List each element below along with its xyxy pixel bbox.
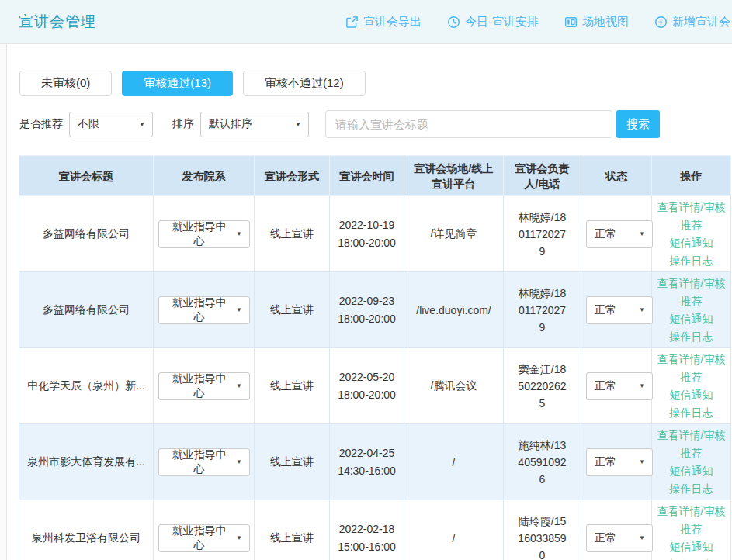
sms-notify-link[interactable]: 短信通知 <box>670 235 713 251</box>
sort-select-value: 默认排序 <box>209 117 252 131</box>
header-actions: 宣讲会导出 今日-宣讲安排 场地视图 <box>345 15 732 29</box>
chevron-down-icon: ▼ <box>236 230 242 237</box>
presentation-title: 泉州市影大体育发展有... <box>24 455 148 469</box>
status-select[interactable]: 正常 ▼ <box>586 372 653 400</box>
status-select[interactable]: 正常 ▼ <box>586 448 653 476</box>
presentations-table: 宣讲会标题 发布院系 宣讲会形式 宣讲会时间 宣讲会场地/线上宣讲平台 宣讲会负… <box>19 155 731 560</box>
presentation-format: 线上宣讲 <box>270 379 314 392</box>
today-schedule-button[interactable]: 今日-宣讲安排 <box>447 15 539 29</box>
presentation-title: 中化学天辰（泉州）新... <box>24 379 148 393</box>
row-actions: 查看详情/审核推荐短信通知操作日志 <box>657 427 726 496</box>
row-actions: 查看详情/审核推荐短信通知操作日志 <box>657 351 726 420</box>
presentation-venue: /腾讯会议 <box>431 379 477 392</box>
view-detail-review-link[interactable]: 查看详情/审核 <box>657 351 726 367</box>
presentation-format: 线上宣讲 <box>270 455 314 468</box>
search-input[interactable] <box>325 110 612 138</box>
view-detail-review-link[interactable]: 查看详情/审核 <box>657 199 726 215</box>
presentation-contact: 陆玲霞/15160338590 <box>508 513 576 560</box>
status-select-value: 正常 <box>595 455 616 469</box>
department-select-value: 就业指导中心 <box>167 372 231 400</box>
status-select[interactable]: 正常 ▼ <box>586 524 653 552</box>
plus-circle-icon <box>654 16 668 29</box>
department-select[interactable]: 就业指导中心 ▼ <box>158 220 250 248</box>
department-select-value: 就业指导中心 <box>167 524 231 552</box>
filter-bar: 是否推荐 不限 ▼ 排序 默认排序 ▼ 搜索 <box>19 110 732 138</box>
table-header-row: 宣讲会标题 发布院系 宣讲会形式 宣讲会时间 宣讲会场地/线上宣讲平台 宣讲会负… <box>19 156 731 196</box>
presentation-title: 多益网络有限公司 <box>24 303 148 317</box>
col-header-format: 宣讲会形式 <box>255 156 330 196</box>
presentations-table-wrap: 宣讲会标题 发布院系 宣讲会形式 宣讲会时间 宣讲会场地/线上宣讲平台 宣讲会负… <box>19 155 732 560</box>
status-select[interactable]: 正常 ▼ <box>586 296 653 324</box>
status-select[interactable]: 正常 ▼ <box>586 220 653 248</box>
presentation-contact: 林晓婷/18011720279 <box>508 209 576 260</box>
operation-log-link[interactable]: 操作日志 <box>670 405 713 420</box>
sort-select[interactable]: 默认排序 ▼ <box>200 112 309 137</box>
presentation-venue: /详见简章 <box>431 227 477 240</box>
status-select-value: 正常 <box>595 531 616 545</box>
sms-notify-link[interactable]: 短信通知 <box>670 539 713 555</box>
presentation-venue: / <box>453 456 456 468</box>
recommend-select-value: 不限 <box>78 117 99 131</box>
col-header-operations: 操作 <box>652 156 731 196</box>
presentation-format: 线上宣讲 <box>270 531 314 544</box>
presentation-venue: /live.duoyi.com/ <box>416 304 491 316</box>
clock-icon <box>447 16 460 29</box>
chevron-down-icon: ▼ <box>236 382 242 389</box>
operation-log-link[interactable]: 操作日志 <box>670 253 713 268</box>
operation-log-link[interactable]: 操作日志 <box>670 481 713 496</box>
presentation-title: 多益网络有限公司 <box>24 227 148 241</box>
page-title: 宣讲会管理 <box>19 12 96 32</box>
venue-view-label: 场地视图 <box>582 15 629 29</box>
status-select-value: 正常 <box>595 379 616 393</box>
recommend-link[interactable]: 推荐 <box>681 217 703 233</box>
tab-unreviewed[interactable]: 未审核(0) <box>19 71 112 96</box>
tab-rejected[interactable]: 审核不通过(12) <box>243 71 366 96</box>
search-button[interactable]: 搜索 <box>616 110 660 138</box>
export-presentations-button[interactable]: 宣讲会导出 <box>345 15 422 29</box>
presentation-format: 线上宣讲 <box>270 303 314 316</box>
presentation-contact: 林晓婷/18011720279 <box>508 285 576 336</box>
department-select[interactable]: 就业指导中心 ▼ <box>158 296 250 324</box>
department-select[interactable]: 就业指导中心 ▼ <box>158 524 250 552</box>
tab-approved[interactable]: 审核通过(13) <box>122 71 233 96</box>
panel-left-divider <box>6 44 7 560</box>
department-select[interactable]: 就业指导中心 ▼ <box>158 372 250 400</box>
presentation-contact: 施纯林/13405910926 <box>508 437 576 488</box>
view-detail-review-link[interactable]: 查看详情/审核 <box>657 427 726 443</box>
panel-left-strip <box>0 44 6 560</box>
add-presentation-label: 新增宣讲会 <box>672 15 730 29</box>
recommend-link[interactable]: 推荐 <box>681 369 703 385</box>
department-select[interactable]: 就业指导中心 ▼ <box>158 448 250 476</box>
presentation-time: 15:00-16:00 <box>335 538 399 556</box>
view-detail-review-link[interactable]: 查看详情/审核 <box>657 275 726 291</box>
col-header-contact: 宣讲会负责人/电话 <box>504 156 581 196</box>
add-presentation-button[interactable]: 新增宣讲会 <box>654 15 730 29</box>
chevron-down-icon: ▼ <box>236 306 242 313</box>
presentation-date: 2022-04-25 <box>335 444 399 462</box>
chevron-down-icon: ▼ <box>639 458 645 465</box>
presentation-date: 2022-09-23 <box>335 292 399 310</box>
department-select-value: 就业指导中心 <box>167 220 231 248</box>
sms-notify-link[interactable]: 短信通知 <box>670 387 713 403</box>
view-detail-review-link[interactable]: 查看详情/审核 <box>657 503 726 519</box>
operation-log-link[interactable]: 操作日志 <box>670 329 713 344</box>
operation-log-link[interactable]: 操作日志 <box>670 557 713 560</box>
recommend-select[interactable]: 不限 ▼ <box>69 112 153 137</box>
presentation-date: 2022-10-19 <box>335 216 399 234</box>
recommend-link[interactable]: 推荐 <box>681 445 703 461</box>
recommend-link[interactable]: 推荐 <box>681 521 703 537</box>
sms-notify-link[interactable]: 短信通知 <box>670 463 713 479</box>
row-actions: 查看详情/审核推荐短信通知操作日志 <box>657 199 726 268</box>
row-actions: 查看详情/审核推荐短信通知操作日志 <box>657 503 726 560</box>
table-row: 多益网络有限公司 就业指导中心 ▼ 线上宣讲 2022-10-19 18:00-… <box>19 196 731 272</box>
venue-layout-icon <box>564 16 578 29</box>
recommend-link[interactable]: 推荐 <box>681 293 703 309</box>
sms-notify-link[interactable]: 短信通知 <box>670 311 713 327</box>
review-status-tabs: 未审核(0) 审核通过(13) 审核不通过(12) <box>19 71 732 96</box>
presentation-time: 18:00-20:00 <box>335 234 399 252</box>
venue-view-button[interactable]: 场地视图 <box>564 15 629 29</box>
page-header: 宣讲会管理 宣讲会导出 今日-宣讲安排 <box>0 0 732 44</box>
chevron-down-icon: ▼ <box>139 121 145 128</box>
table-row: 泉州市影大体育发展有... 就业指导中心 ▼ 线上宣讲 2022-04-25 1… <box>19 424 731 500</box>
export-icon <box>345 16 359 29</box>
